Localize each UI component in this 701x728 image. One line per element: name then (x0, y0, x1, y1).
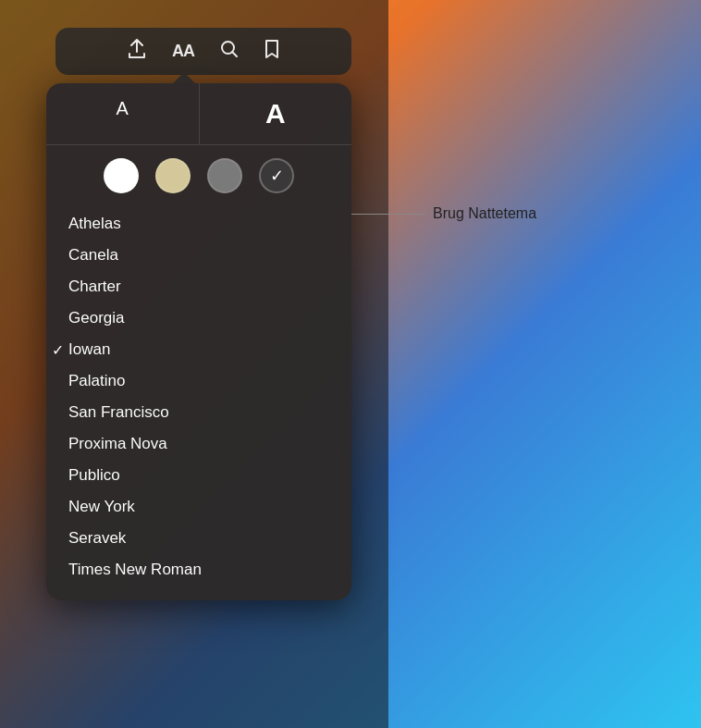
dropdown-panel: A A ✓ Athelas Canela Charter Georgia ✓ I… (46, 83, 351, 600)
list-item[interactable]: Canela (46, 240, 351, 271)
font-list: Athelas Canela Charter Georgia ✓ Iowan P… (46, 208, 351, 586)
font-name: Iowan (68, 340, 110, 359)
callout-text: Brug Nattetema (433, 205, 536, 222)
list-item[interactable]: Georgia (46, 302, 351, 334)
font-size-row: A A (46, 83, 351, 145)
font-name: Seravek (68, 529, 126, 548)
dark-theme-checkmark: ✓ (270, 166, 284, 186)
selected-checkmark: ✓ (52, 341, 64, 359)
font-name: Athelas (68, 215, 121, 233)
list-item[interactable]: Charter (46, 271, 351, 302)
list-item[interactable]: Athelas (46, 208, 351, 240)
font-name: Charter (68, 278, 121, 296)
font-name: New York (68, 498, 135, 516)
small-a-label: A (117, 98, 129, 118)
sepia-theme-button[interactable] (155, 158, 191, 193)
toolbar: AA (55, 28, 351, 75)
font-name: Canela (68, 246, 118, 265)
share-icon[interactable] (128, 39, 146, 64)
theme-colors-row: ✓ (46, 158, 351, 193)
list-item[interactable]: Palatino (46, 365, 351, 397)
list-item[interactable]: Seravek (46, 523, 351, 554)
list-item[interactable]: Times New Roman (46, 554, 351, 586)
search-icon[interactable] (220, 40, 239, 63)
font-name: Palatino (68, 372, 125, 390)
gray-theme-button[interactable] (207, 158, 242, 193)
font-name: Proxima Nova (68, 435, 167, 453)
font-name: Times New Roman (68, 561, 202, 579)
decrease-font-button[interactable]: A (46, 83, 200, 144)
font-name: Publico (68, 466, 120, 485)
list-item[interactable]: San Francisco (46, 397, 351, 428)
large-a-label: A (265, 98, 286, 129)
dark-theme-button[interactable]: ✓ (259, 158, 294, 193)
white-theme-button[interactable] (104, 158, 139, 193)
bookmark-icon[interactable] (264, 39, 279, 64)
list-item[interactable]: Proxima Nova (46, 428, 351, 460)
list-item[interactable]: ✓ Iowan (46, 334, 351, 365)
callout: Brug Nattetema (351, 205, 536, 222)
font-size-icon[interactable]: AA (172, 42, 194, 61)
list-item[interactable]: Publico (46, 460, 351, 491)
increase-font-button[interactable]: A (200, 83, 352, 144)
list-item[interactable]: New York (46, 491, 351, 523)
font-name: San Francisco (68, 403, 169, 422)
font-name: Georgia (68, 309, 124, 327)
